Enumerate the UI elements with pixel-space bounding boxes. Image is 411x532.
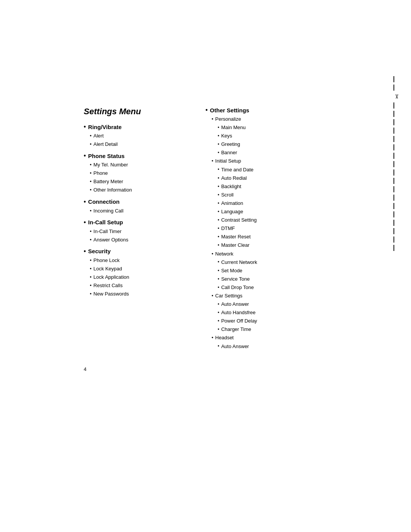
item-alert: Alert [90, 132, 183, 140]
page-number: 4 [84, 366, 86, 372]
item-personalize: Personalize [212, 115, 320, 123]
section-security: Security [84, 248, 183, 255]
item-lock-keypad: Lock Keypad [90, 265, 183, 273]
item-phone: Phone [90, 169, 183, 177]
item-auto-answer-headset: Auto Answer [218, 342, 320, 351]
section-in-call-setup: In-Call Setup [84, 219, 183, 226]
item-my-tel-number: My Tel. Number [90, 161, 183, 169]
item-other-information: Other Information [90, 186, 183, 194]
item-scroll: Scroll [218, 191, 320, 199]
item-auto-answer-car: Auto Answer [218, 300, 320, 308]
item-time-and-date: Time and Date [218, 166, 320, 174]
item-service-tone: Service Tone [218, 275, 320, 283]
item-backlight: Backlight [218, 182, 320, 191]
margin-line-5 [393, 119, 394, 125]
scissors-icon: ✂ [393, 94, 400, 100]
item-contrast-setting: Contrast Setting [218, 216, 320, 224]
left-column: Settings Menu Ring/Vibrate Alert Alert D… [84, 107, 183, 298]
margin-line-6 [393, 128, 394, 134]
margin-line-19 [393, 236, 394, 243]
margin-line-13 [393, 186, 394, 192]
section-phone-status: Phone Status [84, 152, 183, 159]
item-power-off-delay: Power Off Delay [218, 317, 320, 325]
margin-line-3 [393, 102, 394, 109]
right-column: Other Settings Personalize Main Menu Key… [206, 107, 320, 351]
margin-marks: ✂ [393, 76, 400, 253]
item-lock-application: Lock Application [90, 273, 183, 281]
margin-line-14 [393, 195, 394, 201]
item-incoming-call: Incoming Call [90, 207, 183, 215]
margin-line-4 [393, 111, 394, 117]
item-language: Language [218, 208, 320, 216]
content-area: Settings Menu Ring/Vibrate Alert Alert D… [84, 107, 320, 351]
margin-line-9 [393, 153, 394, 159]
margin-line-10 [393, 161, 394, 167]
item-headset: Headset [212, 334, 320, 342]
item-initial-setup: Initial Setup [212, 157, 320, 165]
margin-line-17 [393, 220, 394, 226]
item-set-mode: Set Mode [218, 267, 320, 275]
item-main-menu: Main Menu [218, 123, 320, 132]
item-master-reset: Master Reset [218, 233, 320, 241]
page-title: Settings Menu [84, 107, 183, 117]
item-dtmf: DTMF [218, 224, 320, 233]
item-greeting: Greeting [218, 140, 320, 149]
item-banner: Banner [218, 149, 320, 157]
item-answer-options: Answer Options [90, 236, 183, 244]
item-car-settings: Car Settings [212, 292, 320, 300]
item-network: Network [212, 250, 320, 258]
item-current-network: Current Network [218, 258, 320, 267]
margin-line-12 [393, 178, 394, 184]
section-ring-vibrate: Ring/Vibrate [84, 123, 183, 130]
item-alert-detail: Alert Detail [90, 140, 183, 149]
item-in-call-timer: In-Call Timer [90, 227, 183, 236]
section-connection: Connection [84, 198, 183, 205]
margin-line-8 [393, 144, 394, 150]
right-main-header: Other Settings [206, 107, 320, 113]
item-charger-time: Charger Time [218, 325, 320, 334]
item-animation: Animation [218, 199, 320, 208]
item-battery-meter: Battery Meter [90, 177, 183, 186]
item-new-passwords: New Passwords [90, 290, 183, 298]
margin-line-20 [393, 245, 394, 251]
item-auto-handsfree: Auto Handsfree [218, 308, 320, 317]
item-restrict-calls: Restrict Calls [90, 281, 183, 290]
item-call-drop-tone: Call Drop Tone [218, 283, 320, 292]
two-column-layout: Settings Menu Ring/Vibrate Alert Alert D… [84, 107, 320, 351]
margin-line-2 [393, 85, 394, 91]
page: ✂ Settings Menu Ring/Vibrate [0, 0, 411, 532]
margin-line-16 [393, 211, 394, 217]
margin-line-11 [393, 169, 394, 176]
margin-line-1 [393, 76, 394, 82]
margin-line-7 [393, 136, 394, 142]
item-keys: Keys [218, 132, 320, 140]
item-phone-lock: Phone Lock [90, 256, 183, 265]
margin-line-18 [393, 228, 394, 234]
item-auto-redial: Auto Redial [218, 174, 320, 182]
margin-line-15 [393, 203, 394, 209]
item-master-clear: Master Clear [218, 241, 320, 249]
